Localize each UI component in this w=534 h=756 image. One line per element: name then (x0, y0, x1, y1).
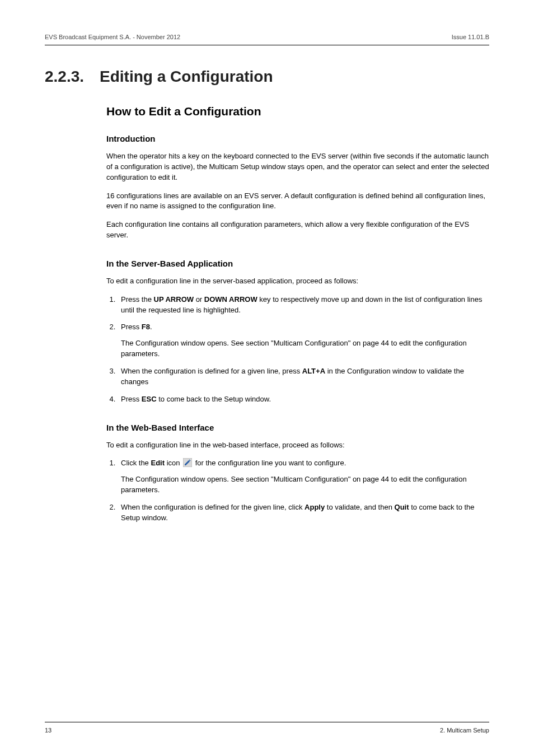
step-text: Click the (121, 459, 151, 467)
step-text: to validate, and then (325, 503, 394, 511)
key-down-arrow: DOWN ARROW (204, 295, 257, 304)
footer-section-label: 2. Multicam Setup (440, 727, 489, 734)
step-text: to come back to the Setup window. (157, 395, 271, 403)
header-left: EVS Broadcast Equipment S.A. - November … (45, 34, 180, 40)
intro-paragraph-2: 16 configurations lines are available on… (106, 191, 489, 212)
page-footer: 13 2. Multicam Setup (45, 722, 489, 734)
step-text: Press the (121, 295, 154, 304)
step-text: icon (165, 459, 182, 467)
web-based-heading: In the Web-Based Interface (106, 423, 489, 432)
web-based-steps: Click the Edit icon for the configuratio… (106, 458, 489, 523)
server-step-2: Press F8. The Configuration window opens… (118, 322, 489, 360)
server-step-3: When the configuration is defined for a … (118, 366, 489, 388)
page-header: EVS Broadcast Equipment S.A. - November … (45, 34, 489, 45)
introduction-section: Introduction When the operator hits a ke… (106, 134, 489, 241)
introduction-heading: Introduction (106, 134, 489, 143)
server-step-2-sub: The Configuration window opens. See sect… (121, 338, 489, 360)
step-text: When the configuration is defined for th… (121, 503, 305, 511)
step-text: or (194, 295, 204, 304)
key-edit: Edit (151, 459, 165, 467)
pencil-edit-icon (183, 458, 192, 467)
key-apply: Apply (305, 503, 325, 511)
server-based-lead: To edit a configuration line in the serv… (106, 276, 489, 287)
key-esc: ESC (142, 395, 157, 403)
key-f8: F8 (142, 323, 150, 331)
web-step-1: Click the Edit icon for the configuratio… (118, 458, 489, 496)
intro-paragraph-1: When the operator hits a key on the keyb… (106, 151, 489, 183)
server-based-steps: Press the UP ARROW or DOWN ARROW key to … (106, 295, 489, 405)
server-step-1: Press the UP ARROW or DOWN ARROW key to … (118, 295, 489, 316)
key-alt-a: ALT+A (302, 367, 325, 375)
footer-rule (45, 722, 489, 722)
intro-paragraph-3: Each configuration line contains all con… (106, 220, 489, 241)
step-text: . (150, 323, 152, 331)
key-up-arrow: UP ARROW (154, 295, 194, 304)
footer-page-number: 13 (45, 727, 51, 734)
section-heading: 2.2.3. Editing a Configuration (45, 68, 489, 86)
web-step-1-sub: The Configuration window opens. See sect… (121, 474, 489, 496)
server-step-4: Press ESC to come back to the Setup wind… (118, 394, 489, 405)
web-based-lead: To edit a configuration line in the web-… (106, 440, 489, 451)
howto-heading: How to Edit a Configuration (106, 105, 489, 118)
server-based-heading: In the Server-Based Application (106, 259, 489, 268)
section-title: Editing a Configuration (100, 68, 273, 86)
header-rule (45, 45, 489, 45)
header-right: Issue 11.01.B (452, 34, 489, 40)
key-quit: Quit (395, 503, 409, 511)
step-text: Press (121, 395, 142, 403)
web-step-2: When the configuration is defined for th… (118, 502, 489, 524)
section-number: 2.2.3. (45, 68, 84, 86)
server-based-section: In the Server-Based Application To edit … (106, 259, 489, 405)
web-based-section: In the Web-Based Interface To edit a con… (106, 423, 489, 524)
step-text: Press (121, 323, 142, 331)
step-text: for the configuration line you want to c… (193, 459, 346, 467)
step-text: When the configuration is defined for a … (121, 367, 302, 375)
